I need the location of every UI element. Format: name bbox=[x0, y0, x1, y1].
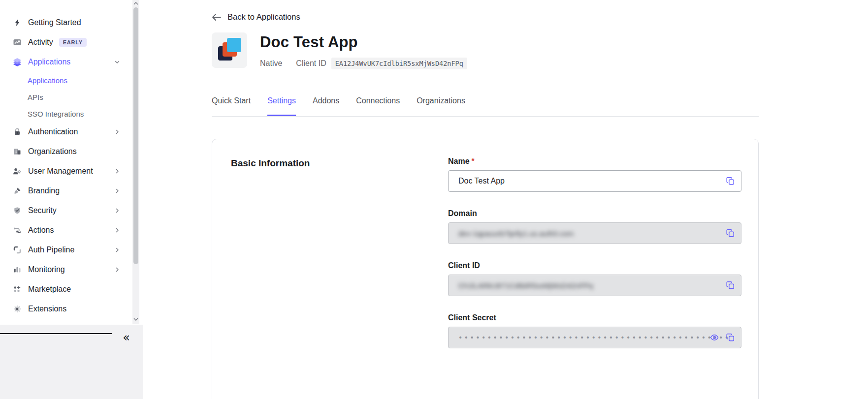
user-gear-icon bbox=[12, 167, 22, 175]
sidebar-item-extensions[interactable]: Extensions bbox=[0, 299, 143, 319]
sidebar-subitem-label: SSO Integrations bbox=[28, 110, 84, 118]
sidebar-item-label: Activity bbox=[28, 38, 53, 47]
sidebar-item-user-management[interactable]: User Management bbox=[0, 161, 143, 181]
eye-icon bbox=[710, 334, 719, 341]
chevron-right-icon bbox=[114, 267, 120, 273]
client-id-badge[interactable]: EA12J4WvUK7cIdlbiR5sxMjWsD42nFPq bbox=[331, 58, 467, 69]
client-secret-field-group: Client Secret ••••••••••••••••••••••••••… bbox=[448, 313, 741, 348]
shield-check-icon bbox=[12, 207, 22, 215]
sidebar-subitem-label: APIs bbox=[28, 93, 43, 101]
copy-client-id-button[interactable] bbox=[725, 280, 736, 291]
tab-connections[interactable]: Connections bbox=[356, 96, 400, 116]
sidebar-subitem-label: Applications bbox=[28, 76, 67, 85]
sidebar-scrollbar[interactable] bbox=[132, 0, 139, 324]
required-asterisk: * bbox=[472, 157, 475, 165]
chevron-right-icon bbox=[114, 247, 120, 253]
sidebar-item-label: Auth Pipeline bbox=[28, 246, 74, 254]
chevron-right-icon bbox=[114, 208, 120, 214]
basic-information-fields: Name* Domain dev-1qpauurb7lprlly1.us.aut… bbox=[448, 157, 741, 348]
app-meta: Native Client ID EA12J4WvUK7cIdlbiR5sxMj… bbox=[260, 58, 467, 69]
sidebar-item-label: User Management bbox=[28, 167, 93, 176]
sidebar-item-auth-pipeline[interactable]: Auth Pipeline bbox=[0, 240, 143, 260]
logo-blue-square bbox=[227, 38, 241, 52]
sidebar-item-label: Authentication bbox=[28, 127, 78, 136]
back-arrow-icon bbox=[212, 13, 221, 21]
sidebar-item-authentication[interactable]: Authentication bbox=[0, 122, 143, 142]
tab-settings[interactable]: Settings bbox=[267, 96, 296, 116]
copy-icon bbox=[726, 334, 735, 342]
reveal-client-secret-button[interactable] bbox=[709, 333, 720, 342]
sidebar-footer: « bbox=[0, 325, 143, 399]
sidebar-item-getting-started[interactable]: Getting Started bbox=[0, 13, 143, 32]
sidebar-item-monitoring[interactable]: Monitoring bbox=[0, 260, 143, 279]
tab-addons[interactable]: Addons bbox=[313, 96, 339, 116]
sidebar-item-organizations[interactable]: Organizations bbox=[0, 142, 143, 161]
sidebar-item-applications[interactable]: Applications bbox=[0, 52, 143, 72]
sidebar-item-actions[interactable]: Actions bbox=[0, 220, 143, 240]
client-id-field-label: Client ID bbox=[448, 261, 741, 270]
collapse-sidebar-button[interactable]: « bbox=[123, 332, 130, 343]
chevron-right-icon bbox=[114, 227, 120, 233]
copy-name-button[interactable] bbox=[725, 176, 736, 186]
sidebar-item-label: Branding bbox=[28, 186, 60, 195]
client-id-field-group: Client ID Ch1lLARkU871CdIbiR5sxMjWsD42nF… bbox=[448, 261, 741, 296]
client-id-redacted-value: Ch1lLARkU871CdIbiR5sxMjWsD42nFPq bbox=[458, 281, 593, 290]
sidebar-item-branding[interactable]: Branding bbox=[0, 181, 143, 201]
activity-chart-icon bbox=[12, 38, 22, 46]
chevron-down-icon bbox=[114, 59, 120, 65]
domain-label: Domain bbox=[448, 209, 741, 218]
page-title: Doc Test App bbox=[260, 33, 467, 51]
scroll-up-arrow-icon[interactable] bbox=[133, 2, 138, 5]
section-title: Basic Information bbox=[231, 158, 310, 169]
tab-organizations[interactable]: Organizations bbox=[417, 96, 465, 116]
lock-icon bbox=[12, 128, 22, 136]
early-badge: EARLY bbox=[59, 38, 87, 47]
name-label: Name* bbox=[448, 157, 741, 166]
client-secret-value-field: ••••••••••••••••••••••••••••••••••••••••… bbox=[448, 327, 741, 348]
name-input[interactable] bbox=[448, 170, 741, 192]
sidebar-item-label: Organizations bbox=[28, 147, 77, 156]
sidebar: Getting Started Activity EARLY Applicati… bbox=[0, 0, 143, 399]
chevron-right-icon bbox=[114, 129, 120, 135]
chevron-right-icon bbox=[114, 188, 120, 194]
scroll-down-arrow-icon[interactable] bbox=[133, 318, 138, 321]
tab-quick-start[interactable]: Quick Start bbox=[212, 96, 251, 116]
sidebar-item-label: Security bbox=[28, 206, 57, 215]
client-secret-masked-value: ••••••••••••••••••••••••••••••••••••••••… bbox=[458, 334, 731, 341]
main-content: Back to Applications Doc Test App Native… bbox=[143, 0, 868, 399]
settings-card: Basic Information Name* Domain dev-1qpau… bbox=[212, 139, 759, 399]
sidebar-subitem-sso-integrations[interactable]: SSO Integrations bbox=[0, 105, 143, 122]
grid-plus-icon bbox=[12, 285, 22, 293]
app-type-label: Native bbox=[260, 59, 282, 68]
chevron-right-icon bbox=[114, 168, 120, 174]
back-link-label: Back to Applications bbox=[227, 12, 300, 22]
layers-icon bbox=[12, 58, 22, 66]
sidebar-item-activity[interactable]: Activity EARLY bbox=[0, 32, 143, 52]
sidebar-subitem-applications[interactable]: Applications bbox=[0, 72, 143, 89]
tab-bar: Quick Start Settings Addons Connections … bbox=[212, 96, 759, 117]
pipeline-icon bbox=[12, 246, 22, 254]
sidebar-item-security[interactable]: Security bbox=[0, 201, 143, 220]
back-link[interactable]: Back to Applications bbox=[212, 12, 300, 22]
sidebar-item-marketplace[interactable]: Marketplace bbox=[0, 279, 143, 299]
lightning-icon bbox=[12, 19, 22, 27]
domain-redacted-value: dev-1qpauurb7lprlly1.us.auth0.com bbox=[458, 229, 574, 238]
copy-icon bbox=[726, 281, 735, 290]
copy-client-secret-button[interactable] bbox=[725, 333, 736, 343]
sidebar-item-label: Applications bbox=[28, 58, 70, 66]
copy-icon bbox=[726, 229, 735, 238]
bar-chart-icon bbox=[12, 266, 22, 274]
app-header: Doc Test App Native Client ID EA12J4WvUK… bbox=[212, 32, 467, 69]
client-id-label: Client ID bbox=[296, 59, 326, 68]
building-icon bbox=[12, 148, 22, 155]
sidebar-nav: Getting Started Activity EARLY Applicati… bbox=[0, 0, 143, 319]
scrollbar-thumb[interactable] bbox=[133, 7, 138, 264]
flow-icon bbox=[12, 226, 22, 234]
sidebar-subitem-apis[interactable]: APIs bbox=[0, 89, 143, 105]
sidebar-item-label: Getting Started bbox=[28, 18, 81, 27]
copy-domain-button[interactable] bbox=[725, 228, 736, 239]
sidebar-item-label: Monitoring bbox=[28, 265, 65, 274]
paintbrush-icon bbox=[12, 187, 22, 195]
footer-divider bbox=[0, 333, 112, 334]
client-secret-label: Client Secret bbox=[448, 313, 741, 322]
